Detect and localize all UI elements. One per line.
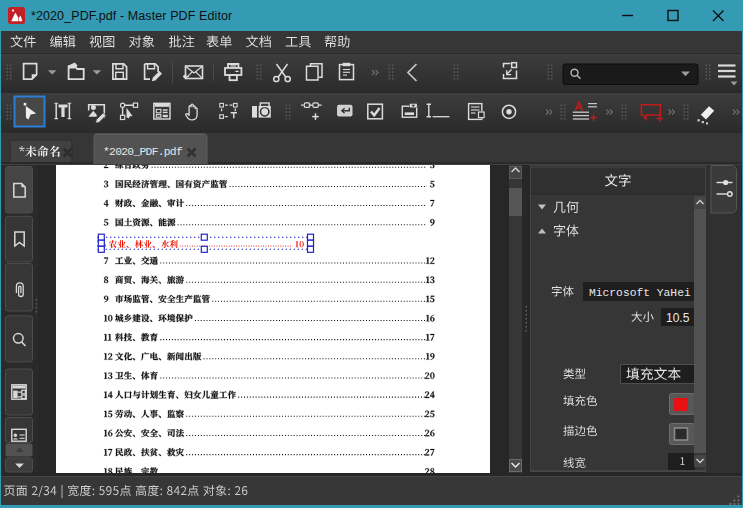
svg-text:*2020_PDF.pdf: *2020_PDF.pdf [103, 146, 183, 158]
svg-text:Microsoft YaHei: Microsoft YaHei [589, 287, 691, 299]
svg-text:*2020_PDF.pdf - Master PDF Edi: *2020_PDF.pdf - Master PDF Editor [31, 9, 232, 23]
svg-text:10.5: 10.5 [666, 311, 690, 325]
